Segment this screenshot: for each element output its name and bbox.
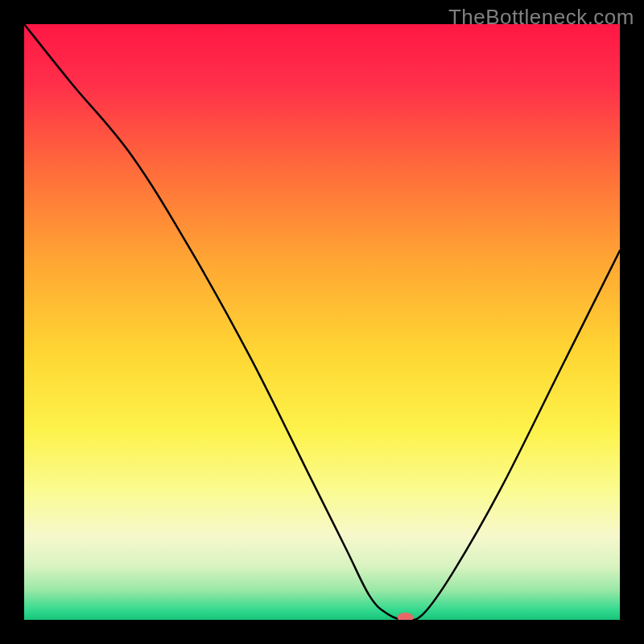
chart-frame: TheBottleneck.com xyxy=(0,0,644,644)
gradient-background xyxy=(24,24,620,620)
plot-area xyxy=(24,24,620,620)
bottleneck-chart xyxy=(24,24,620,620)
